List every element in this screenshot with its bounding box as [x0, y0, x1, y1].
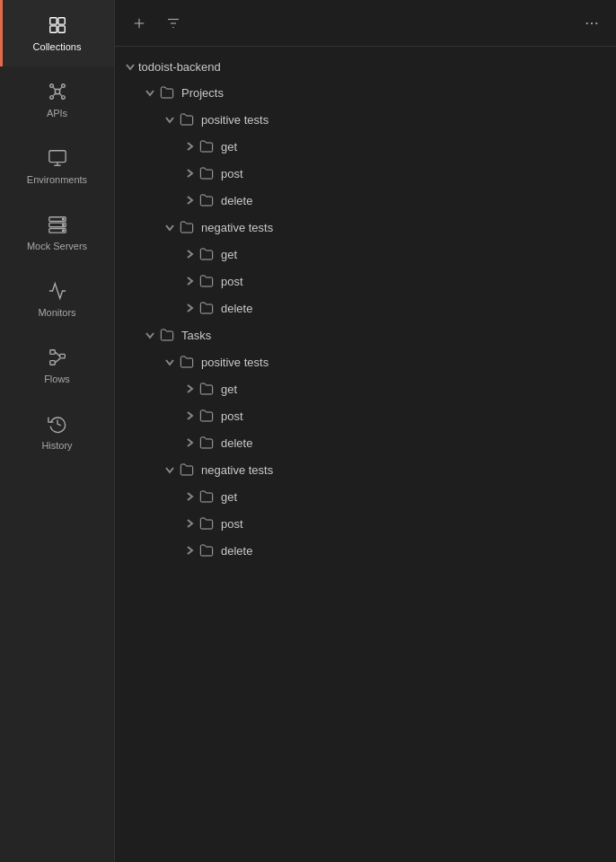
- folder-icon-projects-positive: [178, 110, 196, 128]
- projects-negative-label: negative tests: [201, 221, 273, 234]
- more-button[interactable]: [578, 10, 605, 37]
- folder-icon-tasks-positive: [178, 353, 196, 371]
- history-icon: [47, 413, 68, 435]
- sidebar-item-collections[interactable]: Collections: [0, 0, 114, 66]
- folder-icon-tn-get: [198, 488, 216, 506]
- tree-node-tasks-negative-get[interactable]: get: [115, 483, 616, 510]
- svg-rect-2: [57, 18, 64, 24]
- tree-node-projects-negative-post[interactable]: post: [115, 268, 616, 295]
- root-label: todoist-backend: [138, 60, 221, 74]
- tp-delete-label: delete: [221, 436, 252, 450]
- projects-label: Projects: [181, 86, 224, 100]
- sidebar-item-mock-servers[interactable]: Mock Servers: [0, 199, 114, 266]
- sidebar-history-label: History: [41, 440, 72, 451]
- svg-point-34: [595, 22, 597, 23]
- tree-node-tasks-negative-post[interactable]: post: [115, 510, 616, 537]
- folder-icon-tn-post: [198, 515, 216, 532]
- sidebar: Collections APIs Envir: [0, 0, 115, 862]
- sidebar-item-apis[interactable]: APIs: [0, 66, 114, 133]
- chevron-tasks: [142, 327, 158, 343]
- svg-point-32: [586, 22, 588, 23]
- tree-node-projects-negative-get[interactable]: get: [115, 241, 616, 268]
- tree-node-projects-positive-get[interactable]: get: [115, 133, 616, 160]
- svg-rect-0: [49, 18, 56, 24]
- tasks-label: Tasks: [181, 329, 211, 342]
- folder-icon-tn-delete: [198, 541, 216, 559]
- apis-icon: [47, 81, 68, 102]
- svg-line-10: [58, 87, 61, 90]
- monitors-icon: [47, 280, 68, 302]
- sidebar-item-flows[interactable]: Flows: [0, 332, 114, 399]
- sidebar-item-history[interactable]: History: [0, 399, 114, 465]
- tree-node-projects-negative-delete[interactable]: delete: [115, 295, 616, 321]
- tree-node-root[interactable]: todoist-backend: [115, 54, 616, 79]
- svg-rect-1: [49, 26, 56, 32]
- folder-icon-tasks: [158, 326, 176, 344]
- tree-node-tasks-negative[interactable]: negative tests: [115, 456, 616, 483]
- tree-node-projects-negative[interactable]: negative tests: [115, 214, 616, 241]
- folder-icon-pn-get: [198, 245, 216, 263]
- svg-point-7: [49, 96, 53, 100]
- chevron-projects-positive: [162, 111, 178, 128]
- svg-rect-13: [48, 151, 65, 163]
- folder-icon-projects: [158, 84, 176, 101]
- chevron-tasks-positive: [162, 354, 178, 370]
- tasks-negative-label: negative tests: [201, 463, 273, 477]
- svg-rect-24: [49, 361, 55, 365]
- tree-node-projects-positive-delete[interactable]: delete: [115, 187, 616, 214]
- tasks-positive-label: positive tests: [201, 356, 268, 369]
- sidebar-item-environments[interactable]: Environments: [0, 133, 114, 199]
- pp-post-label: post: [221, 167, 243, 180]
- chevron-tp-delete: [181, 435, 198, 451]
- folder-icon-pp-get: [198, 137, 216, 155]
- chevron-tp-get: [181, 381, 198, 397]
- folder-icon-tasks-negative: [178, 461, 196, 479]
- projects-positive-label: positive tests: [201, 113, 268, 127]
- folder-icon-pp-delete: [198, 191, 216, 209]
- collections-tree: todoist-backend Projects positive tests: [115, 47, 616, 862]
- svg-line-12: [58, 93, 61, 96]
- tp-get-label: get: [221, 383, 237, 396]
- add-button[interactable]: [126, 10, 153, 37]
- svg-line-26: [55, 358, 60, 363]
- chevron-root: [122, 58, 138, 75]
- chevron-tn-post: [181, 515, 198, 532]
- tree-node-projects-positive[interactable]: positive tests: [115, 106, 616, 133]
- svg-point-33: [591, 22, 593, 23]
- chevron-pn-get: [181, 246, 198, 262]
- sidebar-mock-servers-label: Mock Servers: [27, 241, 87, 251]
- chevron-tasks-negative: [162, 462, 178, 478]
- svg-point-5: [49, 84, 53, 88]
- tree-node-tasks-negative-delete[interactable]: delete: [115, 537, 616, 564]
- folder-icon-pn-delete: [198, 299, 216, 317]
- chevron-projects-positive-post: [181, 165, 198, 181]
- folder-icon-tp-get: [198, 380, 216, 398]
- sidebar-environments-label: Environments: [27, 174, 87, 185]
- tree-node-tasks-positive-get[interactable]: get: [115, 375, 616, 402]
- sidebar-flows-label: Flows: [44, 374, 70, 384]
- chevron-pn-delete: [181, 300, 198, 316]
- chevron-tn-get: [181, 488, 198, 505]
- svg-line-11: [53, 93, 56, 96]
- svg-point-20: [62, 224, 64, 226]
- tree-node-tasks-positive-post[interactable]: post: [115, 402, 616, 429]
- sidebar-item-monitors[interactable]: Monitors: [0, 266, 114, 332]
- folder-icon-pp-post: [198, 164, 216, 182]
- tree-node-tasks-positive-delete[interactable]: delete: [115, 429, 616, 456]
- chevron-tp-post: [181, 408, 198, 424]
- tree-node-projects[interactable]: Projects: [115, 79, 616, 106]
- tree-node-projects-positive-post[interactable]: post: [115, 160, 616, 187]
- tree-node-tasks[interactable]: Tasks: [115, 321, 616, 348]
- pn-post-label: post: [221, 275, 243, 288]
- pn-get-label: get: [221, 248, 237, 261]
- svg-line-25: [55, 352, 60, 356]
- chevron-pn-post: [181, 273, 198, 289]
- folder-icon-pn-post: [198, 272, 216, 290]
- folder-icon-tp-post: [198, 407, 216, 425]
- sidebar-collections-label: Collections: [33, 41, 82, 52]
- tree-node-tasks-positive[interactable]: positive tests: [115, 348, 616, 375]
- folder-icon-tp-delete: [198, 434, 216, 452]
- tn-delete-label: delete: [221, 544, 252, 558]
- filter-button[interactable]: [160, 10, 187, 37]
- chevron-projects-positive-get: [181, 138, 198, 154]
